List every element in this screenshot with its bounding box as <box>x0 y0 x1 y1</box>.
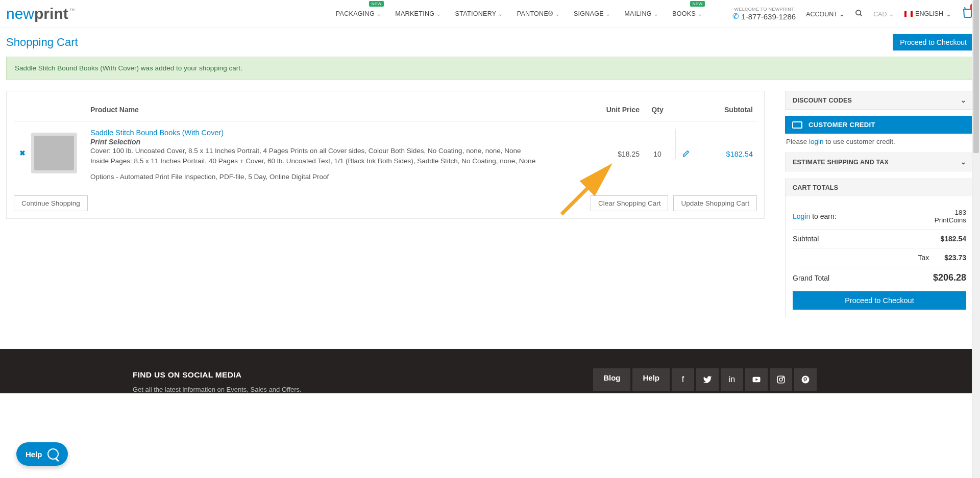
login-link[interactable]: login <box>809 138 824 145</box>
badge-new: NEW <box>690 1 705 7</box>
language-selector[interactable]: ENGLISH ⌄ <box>904 10 951 18</box>
row-subtotal: $182.54 <box>696 129 757 158</box>
col-spacer <box>14 106 90 114</box>
nav-mailing[interactable]: MAILING⌄ <box>624 10 658 17</box>
chevron-down-icon: ⌄ <box>839 11 845 18</box>
inside-line: Inside Pages: 8.5 x 11 Inches Portrait, … <box>90 156 599 166</box>
chevron-down-icon: ⌄ <box>946 10 951 18</box>
logo-print: print <box>34 5 68 22</box>
chevron-down-icon: ⌄ <box>961 96 966 104</box>
cart-actions: Continue Shopping Clear Shopping Cart Up… <box>14 195 757 211</box>
svg-point-7 <box>779 378 782 381</box>
col-head-edit <box>675 106 696 114</box>
logo-tm: ™ <box>69 7 75 13</box>
nav-marketing[interactable]: MARKETING⌄ <box>395 10 440 17</box>
cart-totals-head: CART TOTALS <box>786 179 973 196</box>
header-right: WELCOME TO NEWPRINT ✆1-877-639-1286 ACCO… <box>732 6 974 21</box>
scrollbar-thumb[interactable] <box>973 0 979 153</box>
chevron-down-icon: ⌄ <box>377 11 381 17</box>
col-head-qty: Qty <box>640 106 675 114</box>
chevron-down-icon: ⌄ <box>889 11 894 18</box>
discount-codes-toggle[interactable]: DISCOUNT CODES ⌄ <box>786 91 973 109</box>
product-details: Saddle Stitch Bound Books (With Cover) P… <box>90 129 599 181</box>
nav-packaging[interactable]: NEWPACKAGING⌄ <box>336 10 381 17</box>
login-earn: Login to earn: <box>793 212 837 220</box>
instagram-icon[interactable] <box>770 368 792 391</box>
customer-credit-header[interactable]: CUSTOMER CREDIT <box>785 116 974 134</box>
page-title: Shopping Cart <box>6 36 78 49</box>
continue-shopping-button[interactable]: Continue Shopping <box>14 195 88 211</box>
col-head-price: Unit Price <box>599 106 640 114</box>
chevron-down-icon: ⌄ <box>436 11 440 17</box>
totals-row-printcoins: Login to earn: 183PrintCoins <box>793 204 966 230</box>
svg-point-9 <box>802 376 810 384</box>
unit-price: $18.25 <box>599 129 640 158</box>
estimate-shipping-block: ESTIMATE SHIPPING AND TAX ⌄ <box>785 153 974 171</box>
nav-pantone[interactable]: PANTONE®⌄ <box>517 10 559 17</box>
logo[interactable]: new print ™ <box>6 5 75 22</box>
facebook-icon[interactable]: f <box>672 368 694 391</box>
search-icon[interactable] <box>855 9 863 19</box>
col-head-sub: Subtotal <box>696 106 757 114</box>
options-line: Options - Automated Print File Inspectio… <box>90 173 599 181</box>
login-link-earn[interactable]: Login <box>793 212 810 220</box>
cart-row: ✖ Saddle Stitch Bound Books (With Cover)… <box>14 121 757 188</box>
nav-stationery[interactable]: STATIONERY⌄ <box>455 10 503 17</box>
footer-links: Blog Help f in <box>593 368 817 391</box>
cart-sidebar: DISCOUNT CODES ⌄ CUSTOMER CREDIT Please … <box>785 91 974 317</box>
cart-table: Product Name Unit Price Qty Subtotal ✖ S… <box>14 102 757 188</box>
youtube-icon[interactable] <box>745 368 768 391</box>
product-thumbnail[interactable] <box>31 133 77 173</box>
totals-row-grand: Grand Total $206.28 <box>793 267 966 288</box>
site-header: new print ™ NEWPACKAGING⌄ MARKETING⌄ STA… <box>0 0 980 28</box>
qty-value: 10 <box>640 129 675 158</box>
chevron-down-icon: ⌄ <box>654 11 658 17</box>
chevron-down-icon: ⌄ <box>555 11 559 17</box>
discount-codes-block: DISCOUNT CODES ⌄ <box>785 91 974 110</box>
nav-books[interactable]: NEWBOOKS⌄ <box>672 10 702 17</box>
svg-point-0 <box>856 10 861 15</box>
cart-totals-block: CART TOTALS Login to earn: 183PrintCoins… <box>785 179 974 317</box>
account-menu[interactable]: ACCOUNT ⌄ <box>806 10 845 18</box>
phone-number: ✆1-877-639-1286 <box>732 12 796 21</box>
badge-new: NEW <box>369 1 384 7</box>
footer-blog-link[interactable]: Blog <box>593 368 630 391</box>
print-selection-label: Print Selection <box>90 138 599 146</box>
page-head: Shopping Cart Proceed to Checkout <box>6 34 974 51</box>
chevron-down-icon: ⌄ <box>698 11 702 17</box>
footer-help-link[interactable]: Help <box>632 368 670 391</box>
product-link[interactable]: Saddle Stitch Bound Books (With Cover) <box>90 129 224 137</box>
totals-row-tax: Tax $23.73 <box>793 248 966 267</box>
welcome-text: WELCOME TO NEWPRINT <box>732 7 796 12</box>
pencil-icon <box>682 150 690 157</box>
canada-flag-icon <box>904 11 913 17</box>
edit-qty-button[interactable] <box>675 129 696 159</box>
col-head-name: Product Name <box>90 106 599 114</box>
phone-block[interactable]: WELCOME TO NEWPRINT ✆1-877-639-1286 <box>732 7 796 21</box>
printcoins: 183PrintCoins <box>935 209 966 224</box>
layout: Product Name Unit Price Qty Subtotal ✖ S… <box>6 91 974 317</box>
page-container: Shopping Cart Proceed to Checkout Saddle… <box>0 28 980 323</box>
proceed-checkout-side-button[interactable]: Proceed to Checkout <box>793 291 966 310</box>
currency-selector[interactable]: CAD ⌄ <box>873 10 894 18</box>
chevron-down-icon: ⌄ <box>606 11 610 17</box>
clear-cart-button[interactable]: Clear Shopping Cart <box>591 195 668 211</box>
pinterest-icon[interactable] <box>794 368 817 391</box>
totals-row-subtotal: Subtotal $182.54 <box>793 230 966 248</box>
svg-point-8 <box>782 377 783 378</box>
product-image-cell <box>31 129 90 173</box>
estimate-shipping-toggle[interactable]: ESTIMATE SHIPPING AND TAX ⌄ <box>786 153 973 171</box>
remove-item-button[interactable]: ✖ <box>14 129 31 157</box>
main-nav: NEWPACKAGING⌄ MARKETING⌄ STATIONERY⌄ PAN… <box>336 10 702 17</box>
login-note: Please login to use customer credit. <box>785 138 974 145</box>
linkedin-icon[interactable]: in <box>721 368 743 391</box>
proceed-checkout-top-button[interactable]: Proceed to Checkout <box>893 34 974 51</box>
success-message: Saddle Stitch Bound Books (With Cover) w… <box>6 57 974 80</box>
svg-line-1 <box>860 14 862 16</box>
nav-signage[interactable]: SIGNAGE⌄ <box>574 10 610 17</box>
update-cart-button[interactable]: Update Shopping Cart <box>673 195 757 211</box>
action-spacer <box>93 195 585 211</box>
vertical-scrollbar[interactable] <box>972 0 980 393</box>
twitter-icon[interactable] <box>696 368 719 391</box>
cover-line: Cover: 100 lb. Uncoated Cover, 8.5 x 11 … <box>90 146 599 156</box>
